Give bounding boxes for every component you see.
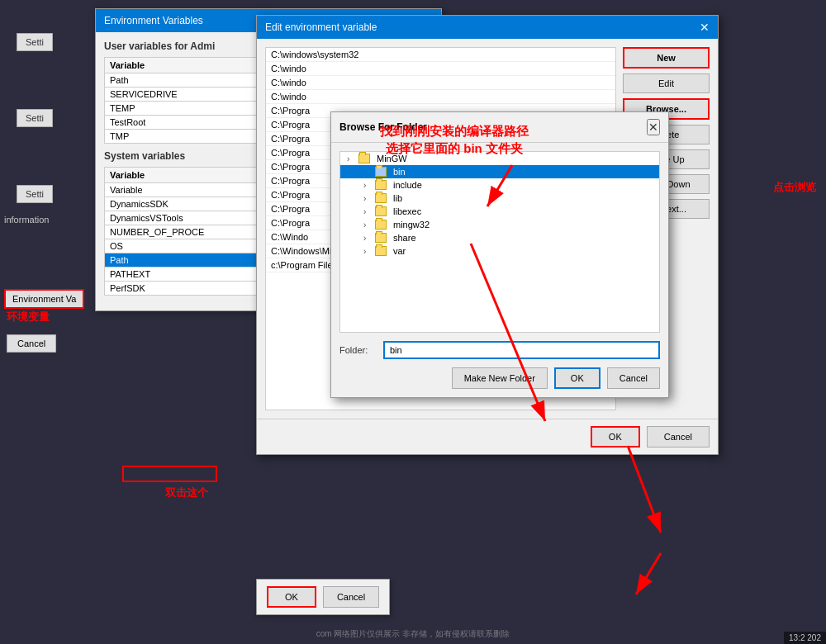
chevron-icon: › xyxy=(363,194,372,203)
bottom-ok-dialog: OK Cancel xyxy=(256,579,390,615)
env-dialog-title: Environment Variables xyxy=(104,15,203,26)
chevron-icon: › xyxy=(347,154,355,163)
bottom-cancel-button[interactable]: Cancel xyxy=(323,586,379,608)
list-item[interactable]: ›lib xyxy=(340,192,659,205)
settings-btn-2[interactable]: Setti xyxy=(17,109,53,127)
cancel-btn-left[interactable]: Cancel xyxy=(7,334,56,353)
list-item[interactable]: C:\windo xyxy=(266,76,615,90)
folder-icon xyxy=(375,246,387,256)
folder-icon xyxy=(375,193,387,203)
zh-instruction: 找到刚刚安装的编译器路径 选择它里面的 bin 文件夹 xyxy=(380,122,529,157)
settings-btn-1[interactable]: Setti xyxy=(17,33,53,51)
watermark: com 网络图片仅供展示 非存储，如有侵权请联系删除 xyxy=(316,628,510,640)
edit-ok-button[interactable]: OK xyxy=(591,426,640,447)
list-item[interactable]: ›libexec xyxy=(340,205,659,218)
zh-browse-label: 点击浏览 xyxy=(773,180,816,195)
edit-dialog-close[interactable]: ✕ xyxy=(700,21,710,34)
bottom-ok-button[interactable]: OK xyxy=(267,586,316,608)
zh-path-label: 双击这个 xyxy=(165,485,208,500)
edit-cancel-button[interactable]: Cancel xyxy=(647,426,710,447)
edit-dialog-title: Edit environment variable xyxy=(265,21,377,33)
list-item[interactable]: ›var xyxy=(340,244,659,258)
chevron-icon: › xyxy=(363,220,372,230)
browse-ok-button[interactable]: OK xyxy=(554,367,601,389)
bg-info-text: information xyxy=(4,215,49,225)
folder-label: Folder: xyxy=(339,345,377,355)
list-item[interactable]: ›include xyxy=(340,178,659,192)
list-item[interactable]: C:\windows\system32 xyxy=(266,48,615,62)
folder-icon xyxy=(375,206,387,216)
settings-btn-3[interactable]: Setti xyxy=(17,185,53,203)
make-new-folder-button[interactable]: Make New Folder xyxy=(452,367,548,389)
chevron-icon: › xyxy=(363,247,372,256)
folder-icon xyxy=(375,233,387,243)
folder-icon xyxy=(358,154,370,163)
new-button[interactable]: New xyxy=(623,47,710,69)
list-item[interactable]: ›mingw32 xyxy=(340,218,659,231)
corner-timestamp: 13:2 202 xyxy=(784,632,826,644)
zh-env-var-label: 环境变量 xyxy=(7,310,50,324)
folder-input[interactable] xyxy=(383,341,660,359)
list-item[interactable]: ›share xyxy=(340,231,659,244)
folder-icon xyxy=(375,220,387,230)
chevron-icon: › xyxy=(363,181,372,190)
folder-icon xyxy=(375,167,387,177)
browse-cancel-button[interactable]: Cancel xyxy=(607,367,660,389)
folder-icon xyxy=(375,180,387,190)
folder-tree[interactable]: ›MinGWbin›include›lib›libexec›mingw32›sh… xyxy=(339,151,660,333)
edit-button[interactable]: Edit xyxy=(623,73,710,93)
bg-settings-area: Setti Setti Setti xyxy=(17,33,53,203)
browse-close[interactable]: ✕ xyxy=(647,119,660,135)
list-item[interactable]: C:\windo xyxy=(266,62,615,76)
env-var-button[interactable]: Environment Va xyxy=(4,289,84,309)
list-item[interactable]: C:\windo xyxy=(266,90,615,104)
chevron-icon: › xyxy=(363,234,372,243)
chevron-icon: › xyxy=(363,207,372,216)
edit-dialog-titlebar: Edit environment variable ✕ xyxy=(257,16,718,39)
list-item[interactable]: bin xyxy=(340,165,659,178)
